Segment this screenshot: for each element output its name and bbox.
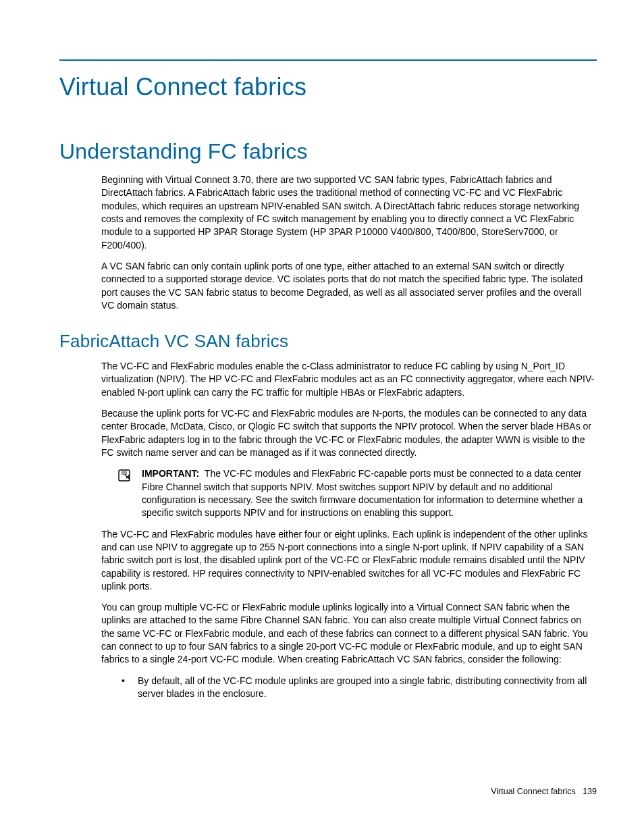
top-rule xyxy=(59,59,597,61)
bullet-list: By default, all of the VC-FC module upli… xyxy=(117,675,597,701)
important-body: The VC-FC modules and FlexFabric FC-capa… xyxy=(142,468,583,518)
important-text: IMPORTANT: The VC-FC modules and FlexFab… xyxy=(142,467,597,519)
paragraph: Because the uplink ports for VC-FC and F… xyxy=(101,407,597,459)
paragraph: The VC-FC and FlexFabric modules have ei… xyxy=(101,528,597,594)
section-body: Beginning with Virtual Connect 3.70, the… xyxy=(101,174,597,312)
list-item: By default, all of the VC-FC module upli… xyxy=(117,675,597,701)
section-title: Understanding FC fabrics xyxy=(59,139,597,164)
chapter-title: Virtual Connect fabrics xyxy=(59,73,597,101)
important-icon xyxy=(117,469,131,485)
paragraph: A VC SAN fabric can only contain uplink … xyxy=(101,260,597,312)
paragraph: Beginning with Virtual Connect 3.70, the… xyxy=(101,174,597,252)
footer-title: Virtual Connect fabrics xyxy=(491,787,576,796)
paragraph: The VC-FC and FlexFabric modules enable … xyxy=(101,360,597,399)
important-label: IMPORTANT: xyxy=(142,468,199,479)
paragraph: You can group multiple VC-FC or FlexFabr… xyxy=(101,601,597,667)
subsection-body: The VC-FC and FlexFabric modules enable … xyxy=(101,360,597,700)
subsection-title: FabricAttach VC SAN fabrics xyxy=(59,331,597,352)
page-footer: Virtual Connect fabrics 139 xyxy=(491,787,597,796)
important-note: IMPORTANT: The VC-FC modules and FlexFab… xyxy=(117,467,597,519)
document-page: Virtual Connect fabrics Understanding FC… xyxy=(0,0,644,834)
footer-page-number: 139 xyxy=(583,787,597,796)
